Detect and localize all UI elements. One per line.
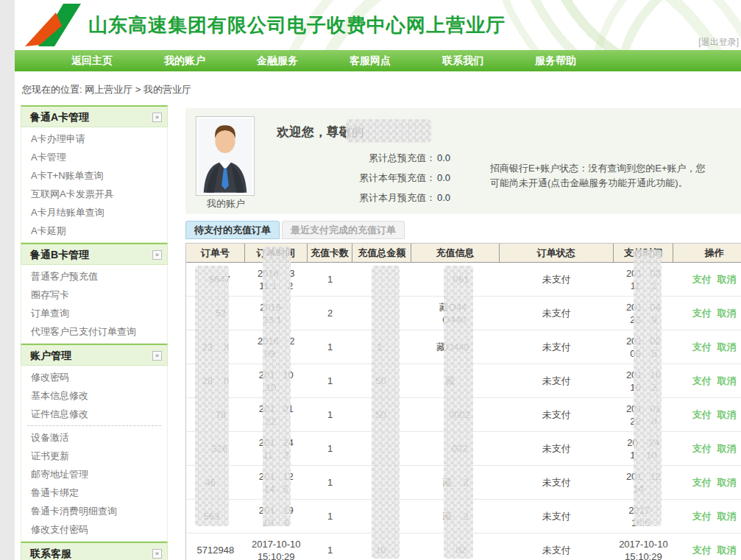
logout-link[interactable]: [退出登录] <box>698 36 739 49</box>
cancel-link[interactable]: 取消 <box>717 341 737 353</box>
avatar-label: 我的账户 <box>196 197 256 210</box>
cell-status: 未支付 <box>500 297 614 330</box>
sidebar-item[interactable]: 证件信息修改 <box>21 405 167 423</box>
tab-completed-orders[interactable]: 最近支付完成的充值订单 <box>282 221 405 239</box>
column-header: 充值卡数 <box>308 244 353 262</box>
sidebar-section-header[interactable]: 鲁通B卡管理» <box>21 243 168 265</box>
pay-link[interactable]: 支付 <box>692 544 712 556</box>
sidebar-item[interactable]: 邮寄地址管理 <box>21 465 167 483</box>
cell-actions: 支付取消 <box>673 500 741 533</box>
stat-value: 0.0 <box>437 168 450 188</box>
nav-item[interactable]: 金融服务 <box>231 50 324 71</box>
cell-amount <box>352 500 411 533</box>
sidebar-section-header[interactable]: 联系客服» <box>21 542 168 560</box>
cell-order: 23 3 <box>186 330 245 364</box>
cell-time: 201 10 10 <box>245 364 308 397</box>
stat-row: 累计总预充值：0.0 <box>283 148 450 168</box>
sidebar-item[interactable]: 修改支付密码 <box>21 520 167 539</box>
nav-item[interactable]: 联系我们 <box>416 50 509 71</box>
cell-actions: 支付取消 <box>673 297 741 330</box>
pay-link[interactable]: 支付 <box>692 476 712 489</box>
sidebar-section-header[interactable]: 账户管理» <box>21 344 168 366</box>
sidebar-item[interactable]: 普通客户预充值 <box>21 267 167 286</box>
cancel-link[interactable]: 取消 <box>717 544 737 556</box>
expand-icon[interactable]: » <box>152 351 162 361</box>
cell-order: 28 0 <box>186 364 245 397</box>
sidebar-section-header[interactable]: 鲁通A卡管理» <box>21 105 168 127</box>
nav-item[interactable]: 我的账户 <box>138 50 231 71</box>
cell-pay: 2017-10-10 15:10:29 <box>614 534 674 560</box>
cell-time: 2016- 23:1 <box>245 297 308 330</box>
cancel-link[interactable]: 取消 <box>717 476 737 489</box>
cell-cards: 2 <box>308 297 353 330</box>
cell-status: 未支付 <box>500 500 614 533</box>
stat-row: 累计本年预充值：0.0 <box>283 168 450 188</box>
nav-item[interactable]: 客服网点 <box>324 50 416 71</box>
sidebar-item[interactable]: 互联网A卡发票开具 <box>21 185 167 203</box>
table-row: 46 201 12 14 51 藏 2未支付201 12 14 支付取消 <box>186 466 741 500</box>
cancel-link[interactable]: 取消 <box>717 375 737 387</box>
cell-pay: 201 03 11 2 <box>614 263 674 296</box>
cell-cards: 1 <box>308 398 353 431</box>
cell-info: 002 <box>411 432 500 465</box>
cancel-link[interactable]: 取消 <box>717 442 737 455</box>
cell-pay: 201 10 10 2 <box>614 364 674 397</box>
sidebar-item[interactable]: A卡延期 <box>21 221 167 240</box>
sidebar-section-items: 普通客户预充值圈存写卡订单查询代理客户已支付订单查询 <box>21 265 168 344</box>
cell-cards: 1 <box>308 432 353 465</box>
cell-amount <box>352 432 411 465</box>
sidebar-item[interactable]: A卡管理 <box>21 148 167 166</box>
sidebar-item[interactable]: A卡T+N账单查询 <box>21 166 167 185</box>
cell-order: 326 <box>186 432 245 465</box>
table-row: 78201 01 22 150 0002未支付201 01 22 0支付取消 <box>186 398 741 432</box>
pay-link[interactable]: 支付 <box>692 442 712 455</box>
cell-cards: 1 <box>308 500 353 533</box>
table-row: 57129482017-10-10 15:10:29110 02未支付2017-… <box>186 534 741 560</box>
cell-actions: 支付取消 <box>673 263 741 296</box>
sidebar-item[interactable]: A卡办理申请 <box>21 130 167 148</box>
nav-item[interactable]: 服务帮助 <box>509 50 602 71</box>
main-content: 我的账户 欢迎您，尊敬的 累计总预充值：0.0累计本年预充值：0.0累计本月预充… <box>185 108 741 560</box>
cancel-link[interactable]: 取消 <box>717 510 737 522</box>
page-title: 山东高速集团有限公司电子收费中心网上营业厅 <box>88 13 506 38</box>
cell-amount <box>352 263 411 296</box>
expand-icon[interactable]: » <box>152 549 162 559</box>
cancel-link[interactable]: 取消 <box>717 408 737 421</box>
tab-pending-orders[interactable]: 待支付的充值订单 <box>185 221 280 239</box>
cell-order: 78 <box>186 398 245 431</box>
cell-amount: 10 <box>352 534 411 560</box>
expand-icon[interactable]: » <box>152 113 162 122</box>
cell-pay: 201 01 22 0 <box>614 398 674 431</box>
pay-link[interactable]: 支付 <box>692 341 712 353</box>
sidebar-item[interactable]: 证书更新 <box>21 447 167 465</box>
orders-table: 订单号订单时间充值卡数充值总金额充值信息订单状态支付时间操作 86472016 … <box>185 243 741 560</box>
cell-actions: 支付取消 <box>673 398 741 431</box>
cell-amount <box>352 297 411 330</box>
sidebar-section-items: 修改密码基本信息修改证件信息修改设备激活证书更新邮寄地址管理鲁通卡绑定鲁通卡消费… <box>21 366 168 542</box>
stat-value: 0.0 <box>437 188 450 208</box>
pay-link[interactable]: 支付 <box>692 375 712 387</box>
nav-item[interactable]: 返回主页 <box>46 50 138 71</box>
sidebar-item[interactable]: 订单查询 <box>21 304 167 322</box>
cell-time: 201 29 10 9 <box>245 500 308 533</box>
order-tabs: 待支付的充值订单 最近支付完成的充值订单 <box>185 221 741 239</box>
cell-info: 藏 <box>411 364 500 397</box>
sidebar-item[interactable]: 代理客户已支付订单查询 <box>21 322 167 341</box>
sidebar-item[interactable]: 设备激活 <box>21 428 167 447</box>
sidebar-item[interactable]: 鲁通卡绑定 <box>21 483 167 502</box>
pay-link[interactable]: 支付 <box>692 510 712 522</box>
pay-link[interactable]: 支付 <box>692 307 712 319</box>
expand-icon[interactable]: » <box>152 250 162 260</box>
pay-link[interactable]: 支付 <box>692 408 712 421</box>
cancel-link[interactable]: 取消 <box>717 307 737 319</box>
sidebar-item[interactable]: 修改密码 <box>21 368 167 386</box>
sidebar-item[interactable]: 鲁通卡消费明细查询 <box>21 502 167 520</box>
sidebar-item[interactable]: 圈存写卡 <box>21 286 167 304</box>
cell-status: 未支付 <box>500 398 614 431</box>
sidebar-section-title: 鲁通B卡管理 <box>30 249 89 260</box>
pay-link[interactable]: 支付 <box>692 273 712 286</box>
sidebar-item[interactable]: A卡月结账单查询 <box>21 203 167 221</box>
cancel-link[interactable]: 取消 <box>717 273 737 286</box>
page: 山东高速集团有限公司电子收费中心网上营业厅 [退出登录] 返回主页我的账户金融服… <box>15 0 741 560</box>
sidebar-item[interactable]: 基本信息修改 <box>21 386 167 405</box>
